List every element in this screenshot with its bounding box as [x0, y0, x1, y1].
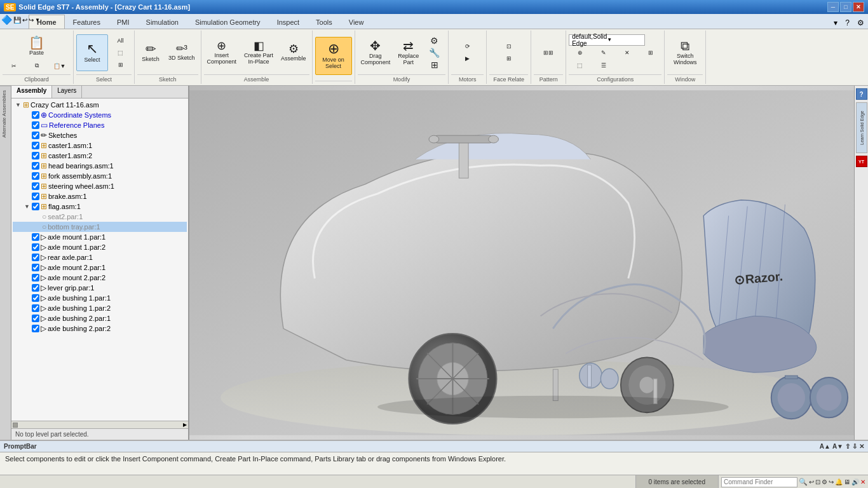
axle-mount-2-2-checkbox[interactable]: [32, 274, 39, 281]
learn-solid-edge-button[interactable]: Learn Solid Edge: [856, 102, 867, 153]
fork-checkbox[interactable]: [32, 172, 39, 180]
command-finder-input[interactable]: [721, 477, 797, 487]
tab-simulation-geometry[interactable]: Simulation Geometry: [187, 15, 269, 29]
tree-item-coord[interactable]: ⊕ Coordinate Systems: [13, 110, 187, 120]
tree-item-brake[interactable]: ⊞ brake.asm:1: [13, 191, 187, 201]
lever-grip-checkbox[interactable]: [32, 284, 39, 292]
face-relate-btn-1[interactable]: ⊡: [498, 41, 520, 52]
config-btn-4[interactable]: ⊞: [639, 47, 661, 58]
alternate-assemblies-tab[interactable]: Alternate Assemblies: [0, 86, 11, 142]
head-bearings-checkbox[interactable]: [32, 162, 39, 170]
tree-item-axle-bushing-2-2[interactable]: ▷ axle bushing 2.par:2: [13, 323, 187, 334]
tree-item-caster1-1[interactable]: ⊞ caster1.asm:1: [13, 140, 187, 151]
axle-bushing-1-1-checkbox[interactable]: [32, 294, 39, 302]
tree-item-sketches[interactable]: ✏ Sketches: [13, 130, 187, 140]
caster1-1-checkbox[interactable]: [32, 142, 39, 149]
minimize-button[interactable]: ─: [827, 2, 839, 12]
tree-item-axle-bushing-2-1[interactable]: ▷ axle bushing 2.par:1: [13, 313, 187, 323]
layers-tab[interactable]: Layers: [52, 86, 82, 98]
tab-view[interactable]: View: [341, 15, 372, 29]
prompt-scroll-up[interactable]: ⇧: [845, 443, 850, 450]
tab-simulation[interactable]: Simulation: [138, 15, 187, 29]
axle-mount-2-1-checkbox[interactable]: [32, 264, 39, 271]
tree-item-head-bearings[interactable]: ⊞ head bearings.asm:1: [13, 161, 187, 171]
tree-item-fork[interactable]: ⊞ fork assembly.asm:1: [13, 171, 187, 181]
tree-root[interactable]: ▼ ⊞ Crazy Cart 11-16.asm: [13, 100, 187, 110]
youtube-button[interactable]: YT: [856, 156, 867, 167]
assembly-tab[interactable]: Assembly: [11, 86, 52, 98]
status-icon-2[interactable]: ⊡: [815, 478, 820, 485]
motors-btn-2[interactable]: ▶: [456, 53, 478, 64]
tree-item-lever-grip[interactable]: ▷ lever grip.par:1: [13, 283, 187, 293]
insert-component-button[interactable]: ⊕ InsertComponent: [204, 34, 240, 72]
rear-axle-checkbox[interactable]: [32, 254, 39, 261]
hscroll-thumb[interactable]: [13, 423, 18, 428]
modify-sm-3[interactable]: ⊞: [423, 59, 445, 71]
config-btn-6[interactable]: ☰: [592, 60, 614, 71]
tab-features[interactable]: Features: [65, 15, 109, 29]
steering-checkbox[interactable]: [32, 182, 39, 190]
tree-item-axle-mount-1-2[interactable]: ▷ axle mount 1.par:2: [13, 242, 187, 252]
prompt-font-up[interactable]: A▲: [820, 443, 831, 450]
tree-item-flag[interactable]: ▼ ⊞ flag.asm:1: [13, 201, 187, 212]
tree-item-bottom-tray[interactable]: ○ bottom tray.par:1: [13, 222, 187, 232]
cut-button[interactable]: ✂: [3, 60, 25, 72]
coord-checkbox[interactable]: [32, 111, 39, 119]
caster1-2-checkbox[interactable]: [32, 152, 39, 159]
config-btn-3[interactable]: ✕: [616, 47, 638, 58]
help-question-button[interactable]: ?: [856, 88, 867, 100]
config-btn-1[interactable]: ⊕: [569, 47, 591, 58]
tree-item-rear-axle[interactable]: ▷ rear axle.par:1: [13, 252, 187, 262]
copy-button[interactable]: ⧉: [25, 60, 48, 72]
axle-mount-1-2-checkbox[interactable]: [32, 243, 39, 251]
modify-sm-2[interactable]: 🔧: [423, 47, 445, 58]
sketch-button[interactable]: ✏ Sketch: [137, 34, 164, 72]
flag-toggle[interactable]: ▼: [24, 203, 32, 210]
config-dropdown[interactable]: default,Solid Edge ▼: [569, 34, 645, 46]
prompt-font-down[interactable]: A▼: [832, 443, 843, 450]
create-part-button[interactable]: ◧ Create PartIn-Place: [241, 34, 276, 72]
prompt-close[interactable]: ✕: [859, 443, 864, 450]
status-icon-1[interactable]: ↩: [809, 478, 814, 485]
status-icon-4[interactable]: ↪: [829, 478, 834, 485]
tab-tools[interactable]: Tools: [308, 15, 341, 29]
ribbon-options[interactable]: ⚙: [853, 17, 868, 29]
tab-inspect[interactable]: Inspect: [269, 15, 308, 29]
status-icon-3[interactable]: ⚙: [822, 478, 827, 485]
ribbon-collapse[interactable]: ▾: [830, 17, 841, 29]
maximize-button[interactable]: □: [840, 2, 851, 12]
tree-item-axle-mount-2-2[interactable]: ▷ axle mount 2.par:2: [13, 273, 187, 283]
paste-special-button[interactable]: 📋▼: [48, 60, 71, 72]
flag-checkbox[interactable]: [32, 203, 39, 210]
close-button[interactable]: ✕: [853, 2, 864, 12]
assemble-button[interactable]: ⚙ Assemble: [278, 34, 309, 72]
move-on-select-button[interactable]: ⊕ Move onSelect: [315, 37, 352, 75]
axle-bushing-2-1-checkbox[interactable]: [32, 315, 39, 322]
tree-item-seat2[interactable]: ○ seat2.par:1: [13, 212, 187, 222]
select-button[interactable]: ↖ Select: [76, 34, 108, 71]
drag-component-button[interactable]: ✥ DragComponent: [358, 34, 394, 72]
config-btn-5[interactable]: ⬚: [569, 60, 591, 71]
viewport[interactable]: ⊙Razor.: [189, 86, 854, 440]
tab-pmi[interactable]: PMI: [109, 15, 138, 29]
ribbon-help[interactable]: ?: [841, 17, 853, 29]
tree-item-axle-bushing-1-1[interactable]: ▷ axle bushing 1.par:1: [13, 293, 187, 303]
hscroll-right[interactable]: ▶: [183, 422, 187, 428]
axle-mount-1-1-checkbox[interactable]: [32, 233, 39, 241]
paste-button[interactable]: 📋 Paste: [24, 34, 50, 59]
modify-sm-1[interactable]: ⚙: [423, 35, 445, 46]
tree-item-axle-mount-1-1[interactable]: ▷ axle mount 1.par:1: [13, 232, 187, 242]
select-more-button[interactable]: ⊞: [109, 59, 132, 71]
status-close[interactable]: ✕: [860, 478, 865, 485]
3d-sketch-button[interactable]: ✏³ 3D Sketch: [165, 34, 198, 72]
select-all-button[interactable]: All: [109, 35, 132, 46]
pattern-btn[interactable]: ⊞⊞: [538, 47, 560, 58]
cmd-finder-search-icon[interactable]: 🔍: [799, 478, 808, 486]
tree-item-axle-bushing-1-2[interactable]: ▷ axle bushing 1.par:2: [13, 303, 187, 313]
redo-qat[interactable]: ↪: [29, 17, 34, 24]
status-icon-6[interactable]: 🖥: [844, 478, 850, 485]
switch-windows-button[interactable]: ⧉ SwitchWindows: [670, 34, 700, 72]
prompt-scroll-down[interactable]: ⇩: [852, 443, 857, 450]
motors-btn-1[interactable]: ⟳: [456, 41, 478, 52]
select-box-button[interactable]: ⬚: [109, 47, 132, 58]
